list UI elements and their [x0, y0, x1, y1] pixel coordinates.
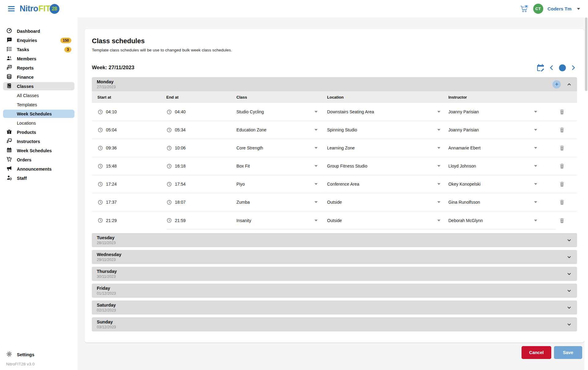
sidebar-item-templates[interactable]: Templates — [3, 100, 74, 109]
expand-day-icon[interactable] — [566, 254, 572, 260]
class-select[interactable]: Education Zone — [236, 127, 318, 132]
end-time-field[interactable]: 05:34 — [166, 127, 236, 133]
cancel-button[interactable]: Cancel — [522, 346, 551, 359]
delete-row-icon[interactable] — [559, 145, 565, 151]
current-week-icon[interactable] — [558, 63, 567, 72]
location-select[interactable]: Group Fitness Studio — [327, 164, 440, 168]
sidebar-item-week-schedules-sub[interactable]: Week Schedules — [3, 110, 74, 118]
sidebar-item-enquiries[interactable]: Enquiries 150 — [3, 36, 74, 44]
sidebar-item-tasks[interactable]: Tasks 3 — [3, 45, 74, 54]
user-name[interactable]: Coders Tm — [548, 6, 571, 11]
logo-part2: FIT — [39, 4, 51, 13]
day-header-friday[interactable]: Friday 01/12/2023 — [92, 284, 577, 298]
next-week-icon[interactable] — [570, 64, 577, 71]
expand-day-icon[interactable] — [566, 237, 572, 243]
end-time-field[interactable]: 17:54 — [166, 181, 236, 187]
day-date: 01/12/2023 — [97, 291, 116, 296]
day-date: 28/11/2023 — [97, 241, 116, 245]
sidebar-item-announcements[interactable]: Announcements — [3, 165, 74, 173]
expand-day-icon[interactable] — [566, 305, 572, 311]
day-header-thursday[interactable]: Thursday 30/11/2023 — [92, 267, 577, 281]
collapse-day-icon[interactable] — [566, 81, 572, 87]
day-header-monday[interactable]: Monday 27/11/2023 — [92, 77, 577, 91]
page-subtitle: Template class schedules will be use to … — [92, 48, 577, 52]
delete-row-icon[interactable] — [559, 217, 565, 224]
end-time-field[interactable]: 10:06 — [166, 145, 236, 151]
location-select[interactable]: Spinning Studio — [327, 127, 440, 132]
start-time-field[interactable]: 04:10 — [97, 109, 166, 115]
gear-icon — [6, 351, 12, 358]
prev-week-icon[interactable] — [548, 64, 555, 71]
sidebar-item-products[interactable]: Products — [3, 128, 74, 136]
location-select[interactable]: Downstairs Seating Area — [327, 109, 440, 114]
day-header-saturday[interactable]: Saturday 02/12/2023 — [92, 300, 577, 315]
start-time-field[interactable]: 09:36 — [97, 145, 166, 151]
class-select[interactable]: Zumba — [236, 200, 318, 205]
scrollbar-thumb[interactable] — [585, 17, 587, 91]
instructor-select[interactable]: Joanny Parisian — [448, 109, 537, 114]
add-class-button[interactable] — [552, 80, 561, 89]
location-select[interactable]: Learning Zone — [327, 145, 440, 150]
delete-row-icon[interactable] — [559, 181, 565, 187]
sidebar-item-classes[interactable]: Classes — [3, 82, 74, 90]
end-time-field[interactable]: 18:07 — [166, 199, 236, 205]
col-end-at: End at — [166, 95, 236, 100]
day-header-sunday[interactable]: Sunday 03/12/2023 — [92, 317, 577, 331]
sidebar-item-orders[interactable]: Orders — [3, 156, 74, 164]
scrollbar[interactable] — [584, 17, 588, 370]
sidebar-item-members[interactable]: Members — [3, 55, 74, 63]
class-select[interactable]: Core Strength — [236, 145, 318, 150]
expand-day-icon[interactable] — [566, 271, 572, 277]
location-select[interactable]: Outside — [327, 200, 440, 205]
day-name: Monday — [97, 79, 116, 84]
sidebar-item-label: Classes — [17, 84, 34, 89]
sidebar-item-instructors[interactable]: Instructors — [3, 137, 74, 145]
cart-icon[interactable] — [520, 4, 529, 13]
save-button[interactable]: Save — [554, 346, 582, 359]
delete-row-icon[interactable] — [559, 109, 565, 115]
end-time-field[interactable]: 04:40 — [166, 109, 236, 115]
day-header-tuesday[interactable]: Tuesday 28/11/2023 — [92, 233, 577, 247]
menu-icon[interactable] — [8, 5, 15, 12]
start-time-field[interactable]: 21:29 — [97, 217, 166, 223]
sidebar-item-settings[interactable]: Settings — [3, 350, 74, 359]
instructor-select[interactable]: Joanny Parisian — [448, 127, 537, 132]
sidebar-item-reports[interactable]: Reports — [3, 64, 74, 72]
day-header-wednesday[interactable]: Wednesday 29/11/2023 — [92, 250, 577, 264]
avatar[interactable]: CT — [533, 4, 543, 14]
delete-row-icon[interactable] — [559, 199, 565, 205]
schedule-row: 05:04 05:34 Education Zone Spinning Stud… — [92, 121, 577, 139]
start-time-field[interactable]: 15:48 — [97, 163, 166, 169]
end-time-field[interactable]: 16:18 — [166, 163, 236, 169]
instructor-select[interactable]: Gina Runolfsson — [448, 200, 537, 205]
end-time-field[interactable]: 21:59 — [166, 217, 236, 223]
start-time-field[interactable]: 17:37 — [97, 199, 166, 205]
expand-day-icon[interactable] — [566, 322, 572, 327]
expand-day-icon[interactable] — [566, 288, 572, 294]
class-select[interactable]: Studio Cycling — [236, 109, 318, 114]
sidebar-item-locations[interactable]: Locations — [3, 119, 74, 127]
class-select[interactable]: Insanity — [236, 218, 318, 223]
user-menu-caret-icon[interactable] — [577, 8, 580, 10]
sidebar-item-dashboard[interactable]: Dashboard — [3, 27, 74, 35]
day-name: Thursday — [97, 269, 117, 274]
sidebar-item-week-schedules[interactable]: Week Schedules — [3, 146, 74, 155]
instructor-select[interactable]: Okey Konopelski — [448, 182, 537, 187]
sidebar-item-all-classes[interactable]: All Classes — [3, 91, 74, 100]
location-select[interactable]: Conference Area — [327, 182, 440, 187]
start-time-field[interactable]: 05:04 — [97, 127, 166, 133]
sidebar-item-finance[interactable]: Finance — [3, 73, 74, 81]
instructor-select[interactable]: Lloyd Johnson — [448, 164, 537, 168]
start-time-field[interactable]: 17:24 — [97, 181, 166, 187]
calendar-edit-icon[interactable] — [536, 63, 545, 72]
chevron-down-icon — [315, 147, 318, 149]
class-select[interactable]: Box Fit — [236, 164, 318, 168]
instructor-select[interactable]: Annamarie Ebert — [448, 145, 537, 150]
class-select[interactable]: Piyo — [236, 182, 318, 187]
delete-row-icon[interactable] — [559, 163, 565, 169]
chevron-down-icon — [437, 147, 440, 149]
sidebar-item-staff[interactable]: Staff — [3, 174, 74, 182]
delete-row-icon[interactable] — [559, 127, 565, 133]
instructor-select[interactable]: Deborah McGlynn — [448, 218, 537, 223]
location-select[interactable]: Outside — [327, 218, 440, 223]
